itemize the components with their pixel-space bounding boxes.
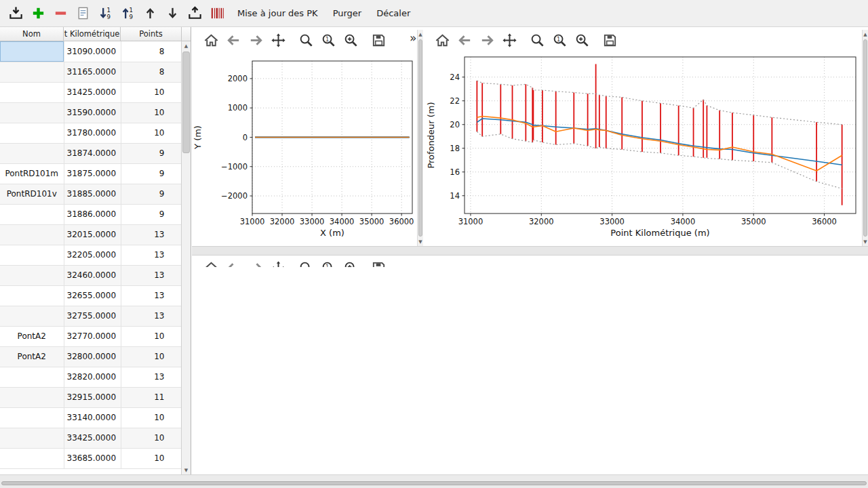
points-cell[interactable]: 9 bbox=[121, 163, 182, 184]
table-row[interactable]: 31425.000010 bbox=[0, 82, 182, 102]
notes-button[interactable] bbox=[73, 3, 93, 24]
table-row[interactable]: 31165.00008 bbox=[0, 62, 182, 82]
profile-plot-scrollbar[interactable]: ▲ ▼ bbox=[862, 30, 868, 246]
scrollbar-thumb[interactable] bbox=[1, 481, 867, 485]
pan-button[interactable] bbox=[269, 31, 287, 49]
save-button[interactable] bbox=[370, 31, 387, 49]
xy-plot-canvas[interactable]: 310003200033000340003500036000−2000−1000… bbox=[193, 53, 416, 246]
purge-action[interactable]: Purger bbox=[328, 5, 367, 22]
nom-cell[interactable] bbox=[0, 265, 64, 285]
points-cell[interactable]: 13 bbox=[121, 265, 182, 285]
table-row[interactable]: 32755.000013 bbox=[0, 306, 182, 326]
nom-cell[interactable]: PontA2 bbox=[0, 326, 64, 346]
zoom-button[interactable] bbox=[297, 31, 315, 49]
points-cell[interactable]: 10 bbox=[121, 326, 182, 346]
table-row[interactable]: 33140.000010 bbox=[0, 407, 182, 428]
points-cell[interactable]: 11 bbox=[121, 387, 182, 407]
table-row[interactable]: 31780.000010 bbox=[0, 123, 182, 143]
table-row[interactable]: 33685.000010 bbox=[0, 448, 182, 468]
back-button[interactable] bbox=[224, 31, 242, 49]
points-cell[interactable]: 10 bbox=[121, 428, 182, 448]
table-row[interactable]: PontA232800.000010 bbox=[0, 346, 182, 367]
pk-cell[interactable]: 31885.0000 bbox=[64, 184, 121, 204]
points-cell[interactable]: 10 bbox=[121, 82, 182, 102]
xy-plot-scrollbar[interactable]: ▲ ▼ bbox=[417, 30, 423, 246]
points-cell[interactable]: 10 bbox=[121, 123, 182, 143]
pk-cell[interactable]: 31590.0000 bbox=[64, 102, 121, 123]
save-button[interactable] bbox=[601, 31, 618, 49]
plot-splitter[interactable] bbox=[192, 246, 868, 256]
forward-button[interactable] bbox=[247, 31, 264, 49]
table-row[interactable]: 31886.00009 bbox=[0, 204, 182, 224]
table-row[interactable]: PontRD101v31885.00009 bbox=[0, 184, 182, 204]
nom-cell[interactable]: PontRD101v bbox=[0, 184, 64, 204]
nom-cell[interactable] bbox=[0, 448, 64, 468]
nom-cell[interactable] bbox=[0, 62, 64, 82]
zoom-rect-button[interactable] bbox=[573, 31, 591, 49]
table-row[interactable]: 32015.000013 bbox=[0, 224, 182, 245]
pk-cell[interactable]: 31886.0000 bbox=[64, 204, 121, 224]
nom-cell[interactable] bbox=[0, 367, 64, 387]
pk-cell[interactable]: 33425.0000 bbox=[64, 428, 121, 448]
update-pk-action[interactable]: Mise à jour des PK bbox=[233, 5, 323, 22]
nom-cell[interactable] bbox=[0, 285, 64, 306]
scroll-down-icon[interactable]: ▼ bbox=[863, 237, 868, 246]
profiles-button[interactable] bbox=[207, 3, 227, 24]
pk-cell[interactable]: 32800.0000 bbox=[64, 346, 121, 367]
pk-cell[interactable]: 32755.0000 bbox=[64, 306, 121, 326]
table-row[interactable]: PontA232770.000010 bbox=[0, 326, 182, 346]
points-cell[interactable]: 10 bbox=[121, 102, 182, 123]
sort-ascending-button[interactable]: 19 bbox=[117, 3, 138, 24]
home-button[interactable] bbox=[433, 31, 451, 49]
pk-cell[interactable]: 33140.0000 bbox=[64, 407, 121, 428]
nom-cell[interactable] bbox=[0, 143, 64, 163]
nom-cell[interactable] bbox=[0, 306, 64, 326]
pk-cell[interactable]: 33685.0000 bbox=[64, 448, 121, 468]
nom-cell[interactable] bbox=[0, 82, 64, 102]
table-row[interactable]: 31090.00008 bbox=[0, 41, 182, 62]
pk-cell[interactable]: 31780.0000 bbox=[64, 123, 121, 143]
horizontal-scrollbar[interactable] bbox=[0, 474, 868, 488]
points-cell[interactable]: 13 bbox=[121, 224, 182, 245]
move-down-button[interactable] bbox=[162, 3, 182, 24]
pk-cell[interactable]: 32915.0000 bbox=[64, 387, 121, 407]
table-row[interactable]: 33425.000010 bbox=[0, 428, 182, 448]
scrollbar-thumb[interactable] bbox=[863, 39, 867, 237]
table-row[interactable]: 31874.00009 bbox=[0, 143, 182, 163]
shift-action[interactable]: Décaler bbox=[372, 5, 415, 22]
nom-cell[interactable] bbox=[0, 407, 64, 428]
pk-cell[interactable]: 32820.0000 bbox=[64, 367, 121, 387]
pk-cell[interactable]: 32205.0000 bbox=[64, 245, 121, 265]
nom-cell[interactable] bbox=[0, 224, 64, 245]
zoom-button[interactable] bbox=[528, 31, 546, 49]
points-cell[interactable]: 9 bbox=[121, 143, 182, 163]
nom-cell[interactable]: PontRD101m bbox=[0, 163, 64, 184]
add-button[interactable] bbox=[28, 3, 48, 24]
scroll-down-icon[interactable]: ▼ bbox=[418, 237, 423, 246]
points-cell[interactable]: 10 bbox=[121, 407, 182, 428]
pk-table-scrollbar[interactable]: ▲ ▼ bbox=[181, 41, 191, 474]
pk-cell[interactable]: 31425.0000 bbox=[64, 82, 121, 102]
zoom-rect-button[interactable] bbox=[342, 31, 359, 49]
points-cell[interactable]: 13 bbox=[121, 285, 182, 306]
points-cell[interactable]: 8 bbox=[121, 62, 182, 82]
points-cell[interactable]: 9 bbox=[121, 204, 182, 224]
scroll-down-icon[interactable]: ▼ bbox=[182, 466, 191, 474]
sort-descending-button[interactable]: 19 bbox=[95, 3, 115, 24]
points-cell[interactable]: 9 bbox=[121, 184, 182, 204]
pk-cell[interactable]: 32655.0000 bbox=[64, 285, 121, 306]
points-cell[interactable]: 10 bbox=[121, 448, 182, 468]
table-row[interactable]: 32460.000013 bbox=[0, 265, 182, 285]
table-row[interactable]: 32655.000013 bbox=[0, 285, 182, 306]
pk-cell[interactable]: 32460.0000 bbox=[64, 265, 121, 285]
points-cell[interactable]: 13 bbox=[121, 306, 182, 326]
profile-plot-canvas[interactable]: 3100032000330003400035000360001416182022… bbox=[426, 53, 860, 246]
column-header-nom[interactable]: Nom bbox=[0, 27, 64, 41]
column-header-points[interactable]: Points bbox=[121, 27, 182, 41]
table-row[interactable]: 32820.000013 bbox=[0, 367, 182, 387]
scrollbar-thumb[interactable] bbox=[418, 39, 422, 237]
import-button[interactable] bbox=[5, 3, 26, 24]
remove-button[interactable] bbox=[50, 3, 71, 24]
table-row[interactable]: PontRD101m31875.00009 bbox=[0, 163, 182, 184]
points-cell[interactable]: 8 bbox=[121, 41, 182, 62]
